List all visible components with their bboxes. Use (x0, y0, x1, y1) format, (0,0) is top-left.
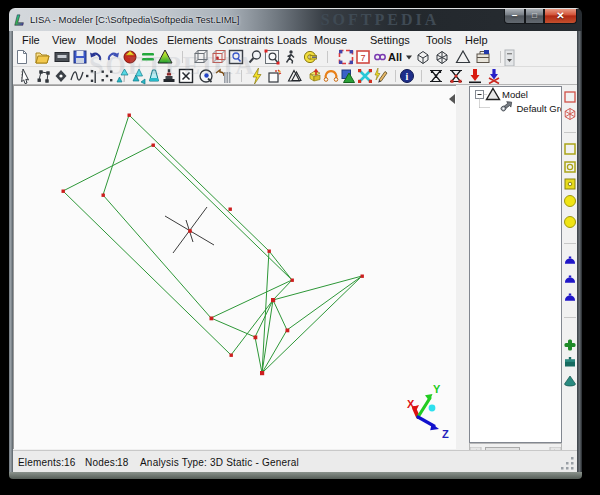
svg-text:Model: Model (502, 89, 528, 100)
svg-text:Default Grou: Default Grou (517, 103, 562, 114)
svg-text:Z: Z (442, 428, 449, 440)
svg-text:7: 7 (360, 53, 365, 63)
svg-text:All: All (388, 51, 402, 63)
svg-text:Y: Y (433, 383, 441, 395)
svg-text:X: X (407, 398, 415, 410)
svg-text:i: i (406, 71, 409, 82)
